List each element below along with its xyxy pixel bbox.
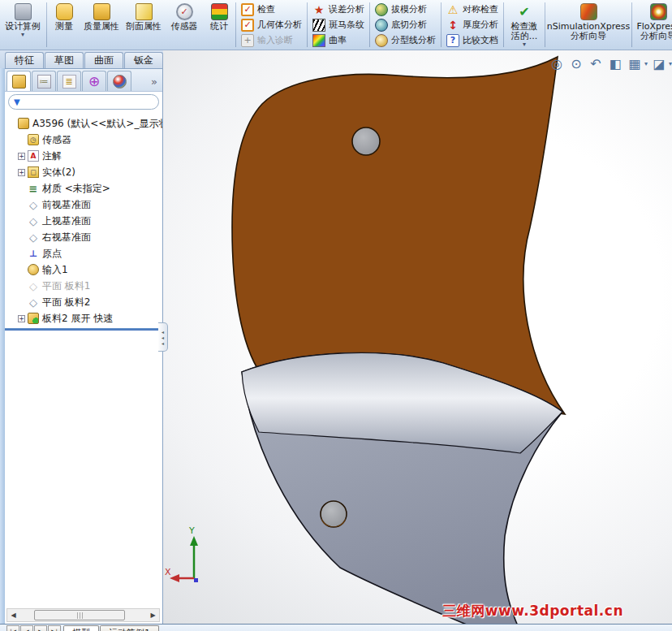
tab-surfaces[interactable]: 曲面: [84, 52, 123, 68]
toolbar-group: 对称检查厚度分析比较文档: [442, 0, 502, 50]
prev-study-button[interactable]: ◀: [20, 625, 33, 631]
doc-tab-model[interactable]: 模型: [63, 625, 99, 631]
watermark: 三维网www.3dportal.cn: [442, 602, 623, 620]
floxpress-icon: [650, 3, 667, 20]
toolbar-separator: [307, 2, 308, 47]
measure-button[interactable]: 测量: [48, 0, 80, 50]
panel-tab-displaymanager[interactable]: [107, 71, 131, 91]
tree-item-material[interactable]: 材质 <未指定>: [5, 180, 162, 197]
front-plane-icon: [28, 199, 39, 210]
panel-tab-featuremanager[interactable]: [6, 71, 31, 91]
panel-splitter[interactable]: [5, 328, 162, 331]
plane-sheet1-icon: [28, 280, 39, 292]
display-style-button[interactable]: ◪: [650, 54, 668, 72]
tree-item-label: 注解: [42, 149, 62, 163]
scroll-left-arrow[interactable]: ◀: [7, 609, 19, 621]
tree-item-origin[interactable]: 原点: [5, 245, 162, 261]
previous-view-button[interactable]: ↶: [587, 54, 605, 72]
tree-item-root[interactable]: A3596 (默认<<默认>_显示状...: [5, 115, 162, 132]
mass-properties-icon: [93, 3, 110, 20]
evaluate-toolbar: 设计算例▾测量质量属性剖面属性传感器统计检查几何体分析输入诊断误差分析斑马条纹曲…: [0, 0, 672, 50]
thickness-analysis-label: 厚度分析: [463, 19, 498, 31]
tab-sketch[interactable]: 草图: [45, 52, 84, 68]
tree-item-imported1[interactable]: 输入1: [5, 261, 162, 278]
section-properties-icon: [136, 3, 153, 20]
check-active-button[interactable]: 检查激活的...▾: [505, 0, 544, 50]
toolbar-group: 误差分析斑马条纹曲率: [308, 0, 368, 50]
zoom-area-button[interactable]: ⊙: [567, 54, 585, 72]
toolbar-separator: [545, 2, 545, 47]
view-orientation-button[interactable]: ▦: [626, 54, 644, 72]
tree-item-right-plane[interactable]: 右视基准面: [5, 229, 162, 245]
thickness-analysis-icon: [446, 19, 459, 32]
scroll-thumb[interactable]: [34, 610, 125, 620]
document-tabs: 模型运动算例1: [63, 625, 160, 631]
undercut-analysis-button[interactable]: 底切分析: [373, 17, 438, 32]
solid-bodies-icon: [28, 166, 39, 178]
filter-row: ▼: [5, 92, 162, 113]
panel-hscrollbar[interactable]: ◀ ▶: [6, 608, 160, 622]
doc-tab-motion-study-1[interactable]: 运动算例1: [100, 625, 159, 631]
curvature-label: 曲率: [329, 34, 347, 46]
tree-item-plane-sheet1[interactable]: 平面 板料1: [5, 278, 162, 294]
toolbar-group: 拔模分析底切分析分型线分析: [371, 0, 440, 50]
check-button[interactable]: 检查: [239, 2, 304, 17]
curvature-button[interactable]: 曲率: [310, 32, 367, 48]
next-study-button[interactable]: ▶: [34, 625, 47, 631]
deviation-analysis-button[interactable]: 误差分析: [310, 2, 367, 17]
tree-item-top-plane[interactable]: 上视基准面: [5, 213, 162, 229]
compare-documents-label: 比较文档: [463, 34, 498, 46]
triad-y-label: Y: [188, 525, 195, 536]
tree-item-front-plane[interactable]: 前视基准面: [5, 197, 162, 213]
panel-tab-propertymanager[interactable]: [32, 71, 56, 91]
tree-item-label: 传感器: [42, 133, 71, 147]
study-nav-buttons: |◀◀▶▶|: [6, 625, 62, 631]
tree-item-annotations[interactable]: +注解: [5, 148, 162, 164]
tree-item-sheet2-flatten[interactable]: +板料2 展开 快速: [5, 310, 162, 326]
sensors-label: 传感器: [171, 22, 198, 32]
compare-documents-button[interactable]: 比较文档: [444, 32, 501, 48]
last-study-button[interactable]: ▶|: [48, 625, 61, 631]
draft-analysis-button[interactable]: 拔模分析: [373, 2, 438, 17]
floxpress-button[interactable]: FloXpress 分析向导: [633, 0, 672, 50]
origin-icon: [28, 248, 39, 259]
check-icon: [241, 3, 254, 16]
hole-top[interactable]: [352, 127, 380, 155]
section-view-button[interactable]: ◧: [606, 54, 624, 72]
geometry-analysis-button[interactable]: 几何体分析: [239, 17, 304, 32]
symmetry-check-button[interactable]: 对称检查: [444, 2, 501, 17]
design-study-icon: [15, 3, 32, 20]
panel-tab-dimxpertmanager[interactable]: [82, 71, 106, 91]
mass-properties-button[interactable]: 质量属性: [80, 0, 123, 50]
zoom-fit-button[interactable]: ◎: [548, 54, 566, 72]
panel-tab-configurationmanager[interactable]: [57, 71, 81, 91]
thickness-analysis-button[interactable]: 厚度分析: [444, 17, 501, 32]
simulationxpress-button[interactable]: nSimulationXpress 分析向导: [546, 0, 631, 50]
deviation-analysis-label: 误差分析: [329, 3, 364, 15]
panel-collapse-handle[interactable]: ◂ ◂ ◂: [158, 322, 168, 352]
tree-item-sensors[interactable]: 传感器: [5, 132, 162, 148]
tree-item-label: 实体(2): [42, 166, 75, 179]
tab-sheet-metal[interactable]: 钣金: [124, 52, 163, 68]
filter-input[interactable]: [24, 97, 153, 107]
view-orientation-caret-icon[interactable]: ▾: [644, 60, 648, 67]
sensors-button[interactable]: 传感器: [165, 0, 204, 50]
zebra-stripes-button[interactable]: 斑马条纹: [310, 17, 367, 32]
scroll-right-arrow[interactable]: ▶: [147, 609, 159, 621]
display-style-caret-icon[interactable]: ▾: [669, 60, 672, 67]
dimxpertmanager-icon: [88, 75, 101, 89]
simulationxpress-icon: [580, 3, 597, 20]
tree-item-solid-bodies[interactable]: +实体(2): [5, 164, 162, 180]
statistics-button[interactable]: 统计: [204, 0, 235, 50]
tab-features[interactable]: 特征: [5, 52, 44, 68]
first-study-button[interactable]: |◀: [6, 625, 19, 631]
design-study-button[interactable]: 设计算例▾: [0, 0, 45, 50]
viewport[interactable]: Y X ◎⊙↶◧▦▾◪▾ 三维网www.3dportal.cn: [163, 50, 672, 624]
expand-toggle[interactable]: +: [18, 315, 25, 322]
tree-item-plane-sheet2[interactable]: 平面 板料2: [5, 294, 162, 310]
panel-tabs-overflow[interactable]: »: [151, 76, 161, 91]
parting-line-analysis-button[interactable]: 分型线分析: [373, 32, 438, 48]
section-properties-button[interactable]: 剖面属性: [123, 0, 165, 50]
expand-toggle[interactable]: +: [18, 153, 25, 160]
expand-toggle[interactable]: +: [18, 169, 25, 176]
